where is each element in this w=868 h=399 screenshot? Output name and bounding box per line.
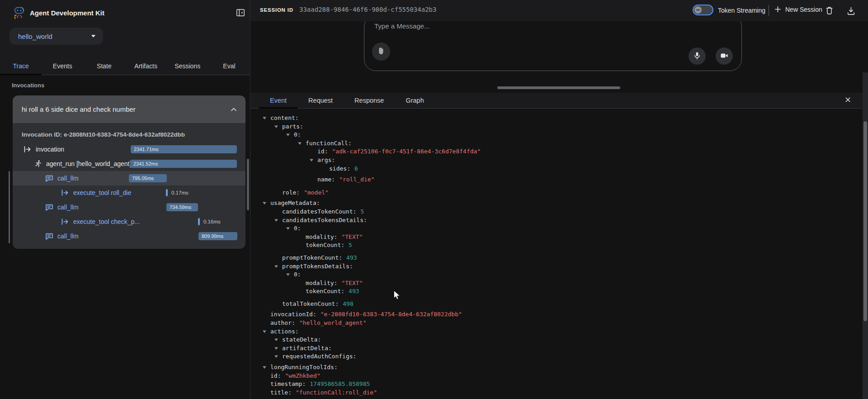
json-key: content: <box>270 114 299 121</box>
json-key: sides: <box>329 165 350 172</box>
videocam-icon <box>720 51 729 62</box>
event-json-tree: content:parts:0:functionCall:id:"adk-caf… <box>261 114 481 397</box>
trace-row-0[interactable]: invocation2341.71ms <box>13 142 245 157</box>
detail-tab-graph[interactable]: Graph <box>395 93 434 108</box>
json-value: 493 <box>346 254 357 261</box>
message-input[interactable] <box>373 22 601 30</box>
expand-toggle-icon[interactable] <box>273 216 282 225</box>
expand-toggle-icon[interactable] <box>285 271 294 279</box>
json-line: tokenCount:5 <box>297 241 481 250</box>
duration-bar: 809.99ms <box>198 232 237 240</box>
agent-select[interactable]: hello_world <box>9 28 103 45</box>
json-key: invocationId: <box>270 311 316 318</box>
json-value: "adk-caf25106-f0c7-451f-86e4-3c6d7e8f4fd… <box>332 148 481 155</box>
main-scrollbar-thumb[interactable] <box>863 121 867 321</box>
expand-toggle-icon[interactable] <box>285 131 294 139</box>
camera-button[interactable] <box>716 48 733 65</box>
json-key: name: <box>317 176 335 183</box>
json-key: candidatesTokenCount: <box>282 208 356 215</box>
expand-toggle-icon[interactable] <box>297 139 306 148</box>
trace-row-5[interactable]: execute_tool check_p...0.16ms <box>13 214 245 229</box>
tab-trace[interactable]: Trace <box>0 58 42 75</box>
json-line: 0: <box>285 271 481 279</box>
json-key: id: <box>317 148 328 155</box>
json-value: 6 <box>354 165 358 172</box>
adk-app: Agent Development Kit hello_world TraceE… <box>0 0 868 399</box>
session-id-value: 33aad288-9846-46f6-980d-cf555034a2b3 <box>299 6 436 13</box>
tab-sessions[interactable]: Sessions <box>167 58 208 75</box>
token-streaming-toggle[interactable] <box>693 5 713 15</box>
json-line: sides:6 <box>320 165 481 173</box>
panel-resize-handle[interactable] <box>497 86 620 89</box>
detail-tab-response[interactable]: Response <box>344 93 395 108</box>
panel-toggle-icon <box>236 12 245 19</box>
expand-toggle-icon[interactable] <box>273 262 282 271</box>
event-detail-panel: EventRequestResponseGraph content:parts:… <box>250 93 868 399</box>
tree-scrollbar-thumb[interactable] <box>9 171 10 243</box>
chat-icon <box>45 232 53 240</box>
json-key: modality: <box>306 280 337 286</box>
expand-toggle-icon[interactable] <box>273 336 282 344</box>
duration-bar: 2341.52ms <box>130 160 237 168</box>
expand-toggle-icon[interactable] <box>273 344 282 353</box>
sidebar-collapse-button[interactable] <box>235 7 246 19</box>
json-key: role: <box>282 189 300 196</box>
tool-icon <box>61 189 69 197</box>
trace-row-label: call_llm <box>57 175 79 182</box>
json-line: role:"model" <box>273 189 481 197</box>
close-detail-button[interactable] <box>841 94 854 107</box>
message-input-card <box>364 21 742 71</box>
expand-toggle-icon[interactable] <box>261 199 270 208</box>
json-key: timestamp: <box>270 380 306 387</box>
expand-toggle-icon[interactable] <box>308 156 317 165</box>
trace-row-4[interactable]: call_llm734.59ms <box>13 200 245 214</box>
json-key: 0: <box>294 131 301 138</box>
sidebar-scrollbar-thumb[interactable] <box>247 159 249 210</box>
expand-toggle-icon[interactable] <box>273 352 282 361</box>
json-key: actions: <box>270 328 299 335</box>
json-value: "functionCall:roll_die" <box>296 389 377 396</box>
expand-toggle-icon[interactable] <box>261 363 270 372</box>
json-line: 0: <box>285 131 481 139</box>
trace-row-6[interactable]: call_llm809.99ms <box>13 229 245 243</box>
json-key: longRunningToolIds: <box>270 364 338 370</box>
export-session-button[interactable] <box>846 6 856 16</box>
json-line: promptTokensDetails: <box>273 262 481 271</box>
expand-toggle-icon[interactable] <box>261 114 270 123</box>
expand-toggle-icon[interactable] <box>273 123 282 131</box>
json-line: totalTokenCount:498 <box>273 300 481 309</box>
json-key: requestedAuthConfigs: <box>282 353 356 360</box>
microphone-button[interactable] <box>689 48 706 65</box>
tab-eval[interactable]: Eval <box>208 58 250 75</box>
json-value: "e-2808fd10-6383-4754-8de4-632af8022dbb" <box>321 311 462 318</box>
trace-row-label: execute_tool check_p... <box>73 218 140 225</box>
tab-events[interactable]: Events <box>42 58 83 75</box>
tab-artifacts[interactable]: Artifacts <box>125 58 167 75</box>
attach-file-button[interactable] <box>372 43 390 61</box>
json-key: 0: <box>294 225 301 232</box>
sidebar: Agent Development Kit hello_world TraceE… <box>0 0 250 399</box>
detail-tab-request[interactable]: Request <box>297 93 344 108</box>
expand-toggle-icon[interactable] <box>285 224 294 233</box>
detail-tab-event[interactable]: Event <box>259 93 297 108</box>
header-divider <box>769 5 769 16</box>
chat-area <box>250 21 863 93</box>
new-session-button[interactable]: New Session <box>774 5 822 13</box>
close-icon <box>844 98 852 105</box>
invocations-heading: Invocations <box>12 82 44 89</box>
expand-toggle-icon[interactable] <box>261 328 270 336</box>
json-line: usageMetadata: <box>261 199 481 208</box>
json-line: requestedAuthConfigs: <box>273 352 481 361</box>
trace-row-1[interactable]: agent_run [hello_world_agent]2341.52ms <box>13 157 245 171</box>
delete-session-button[interactable] <box>825 5 834 15</box>
json-value: "wmZhkbed" <box>285 372 320 379</box>
json-key: parts: <box>282 123 303 130</box>
trace-row-3[interactable]: execute_tool roll_die0.17ms <box>13 185 245 200</box>
trace-row-2[interactable]: call_llm795.05ms <box>13 171 245 185</box>
json-line: name:"roll_die" <box>308 176 481 184</box>
json-value: 5 <box>360 208 364 215</box>
tab-state[interactable]: State <box>83 58 125 75</box>
json-line: tokenCount:493 <box>297 287 481 296</box>
invocation-card-header[interactable]: hi roll a 6 side dice and check number <box>13 95 245 123</box>
json-key: tokenCount: <box>306 288 344 294</box>
